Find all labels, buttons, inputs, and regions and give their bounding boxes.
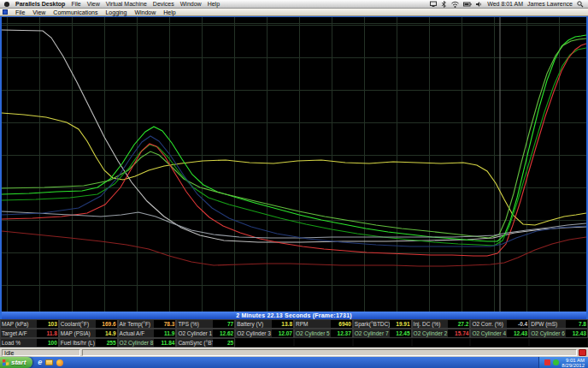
gauge-value: 11.8 (37, 329, 58, 337)
gauge-label: O2 Corr. (%) (471, 320, 507, 328)
gauge-label: O2 Cylinder 3 (236, 329, 272, 337)
replay-progress-bar[interactable]: 2 Minutes 22.13 Seconds (Frame:1731) (2, 312, 586, 319)
gauge-cell-o2-cylinder-6: O2 Cylinder 612.43 (529, 329, 588, 338)
gauge-cell-rpm: RPM6940 (294, 319, 353, 329)
gauge-cell-load: Load %100 (0, 338, 59, 347)
wifi-icon[interactable] (451, 1, 459, 8)
trace-red (2, 44, 586, 256)
app-menu-file[interactable]: File (15, 9, 25, 15)
gauge-value: 11.9 (154, 329, 175, 337)
app-menu-help[interactable]: Help (163, 9, 175, 15)
app-menu-window[interactable]: Window (134, 9, 156, 15)
macos-menu-help[interactable]: Help (208, 1, 220, 7)
gauge-value: 12.43 (566, 329, 587, 337)
clock-date: 8/29/2012 (562, 363, 585, 368)
gauge-cell-empty (294, 338, 353, 347)
replay-time-text: 2 Minutes 22.13 Seconds (Frame:1731) (236, 312, 352, 318)
trace-navy (2, 136, 586, 246)
gauge-cell-empty (412, 338, 471, 347)
gauge-cell-camsync-btdc: CamSync (°BTDC)25 (176, 338, 235, 347)
macos-menu-virtual-machine[interactable]: Virtual Machine (106, 1, 147, 7)
gauge-value: -0.4 (507, 320, 528, 328)
trace-yellow-afr (2, 113, 586, 225)
gauge-cell-o2-cylinder-8: O2 Cylinder 811.84 (118, 338, 177, 347)
taskbar-task-area[interactable] (73, 357, 538, 368)
gauge-cell-o2-cylinder-7: O2 Cylinder 712.45 (353, 329, 412, 338)
tray-alert-icon[interactable] (544, 359, 550, 365)
app-launcher-icon[interactable] (56, 359, 63, 366)
gauge-cell-o2-corr: O2 Corr. (%)-0.4 (470, 319, 529, 329)
gauge-cell-battery-v: Battery (V)13.8 (235, 319, 294, 329)
gauge-cell-empty (235, 338, 294, 347)
start-label: start (11, 359, 26, 366)
gauge-value: 77 (213, 320, 234, 328)
quick-launch: e (32, 357, 73, 368)
gauge-grid: MAP (kPa)103Coolant(°F)169.6Air Temp(°F)… (0, 319, 588, 347)
gauge-value: 100 (37, 339, 58, 347)
app-window-icon[interactable] (3, 9, 8, 15)
app-menu-communications[interactable]: Communications (53, 9, 97, 15)
gauge-cell-o2-cylinder-4: O2 Cylinder 412.43 (470, 329, 529, 338)
gauge-value: 12.62 (213, 329, 234, 337)
gauge-value: 13.8 (272, 320, 293, 328)
gauge-value: 7.8 (566, 320, 587, 328)
macos-menu-devices[interactable]: Devices (153, 1, 174, 7)
app-menu-logging[interactable]: Logging (105, 9, 126, 15)
graph-canvas[interactable] (2, 17, 586, 312)
gauge-cell-o2-cylinder-5: O2 Cylinder 512.37 (294, 329, 353, 338)
gauge-cell-air-temp-f: Air Temp(°F)78.3 (118, 319, 177, 329)
internet-explorer-icon[interactable]: e (38, 359, 42, 366)
macos-status-area: Wed 8:01 AM James Lawrence (430, 1, 584, 8)
battery-icon[interactable] (463, 1, 472, 8)
gauge-label: MAP (kPa) (1, 320, 37, 328)
folder-icon[interactable] (45, 359, 53, 365)
macos-app-name[interactable]: Parallels Desktop (15, 1, 65, 7)
gauge-label: O2 Cylinder 1 (177, 329, 213, 337)
gauge-value: 78.3 (154, 320, 175, 328)
gauge-value: 19.91 (390, 320, 411, 328)
gauge-label: O2 Cylinder 5 (295, 329, 331, 337)
gauge-label: O2 Cylinder 6 (530, 329, 566, 337)
datalog-graph-window: 2 Minutes 22.13 Seconds (Frame:1731) (0, 16, 588, 319)
macos-menu-view[interactable]: View (87, 1, 100, 7)
tray-status-icon[interactable] (553, 359, 559, 365)
gauge-label: O2 Cylinder 7 (354, 329, 390, 337)
gauge-label: Inj. DC (%) (413, 320, 449, 328)
gauge-value: 25 (213, 339, 234, 347)
macos-menus: FileViewVirtual MachineDevicesWindowHelp (71, 1, 220, 7)
gauge-value: 15.74 (448, 329, 469, 337)
gauge-label: Air Temp(°F) (119, 320, 155, 328)
start-button[interactable]: start (0, 357, 32, 368)
gauge-label: RPM (295, 320, 331, 328)
gauge-cell-empty (353, 338, 412, 347)
bluetooth-icon[interactable] (441, 1, 447, 8)
taskbar-clock[interactable]: 9:01 AM 8/29/2012 (562, 358, 585, 368)
gauge-label: Actual A/F (119, 329, 155, 337)
menubar-clock[interactable]: Wed 8:01 AM (487, 1, 523, 7)
display-icon[interactable] (430, 1, 437, 8)
macos-menu-window[interactable]: Window (180, 1, 202, 7)
app-menu-view[interactable]: View (32, 9, 45, 15)
spotlight-icon[interactable] (577, 1, 584, 8)
app-menus: FileViewCommunicationsLoggingWindowHelp (15, 9, 176, 15)
gauge-cell-o2-cylinder-3: O2 Cylinder 312.07 (235, 329, 294, 338)
menubar-user-menu[interactable]: James Lawrence (527, 1, 573, 7)
gauge-label: O2 Cylinder 2 (413, 329, 449, 337)
gauge-cell-dpw-ms: DPW (mS)7.8 (529, 319, 588, 329)
gauge-label: O2 Cylinder 8 (119, 339, 155, 347)
system-tray: 9:01 AM 8/29/2012 (538, 357, 588, 368)
app-statusbar: Idle (0, 347, 588, 357)
gauge-label: O2 Cylinder 4 (471, 329, 507, 337)
gauge-cell-o2-cylinder-2: O2 Cylinder 215.74 (412, 329, 471, 338)
apple-menu-icon[interactable] (4, 2, 9, 7)
gauge-cell-map-kpa: MAP (kPa)103 (0, 319, 59, 329)
gauge-cell-target-a-f: Target A/F11.8 (0, 329, 59, 338)
volume-icon[interactable] (476, 1, 483, 8)
gauge-cell-actual-a-f: Actual A/F11.9 (118, 329, 177, 338)
gauge-value: 11.84 (154, 339, 175, 347)
windows-flag-icon (3, 359, 9, 366)
gauge-value: 14.9 (96, 329, 117, 337)
gauge-label: TPS (%) (177, 320, 213, 328)
gauge-cell-fuel-lbs-hr-l: Fuel lbs/hr (L)255 (59, 338, 118, 347)
macos-menu-file[interactable]: File (71, 1, 80, 7)
